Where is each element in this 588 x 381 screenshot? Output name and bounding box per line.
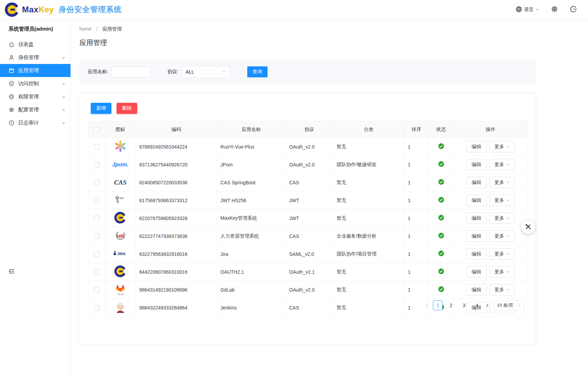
more-button[interactable]: 更多: [490, 284, 515, 295]
edit-button[interactable]: 编辑: [466, 195, 487, 206]
chevron-down-icon: [222, 69, 226, 75]
more-button[interactable]: 更多: [490, 248, 515, 260]
table-row: 622076759805923328 MaxKey管理系统 JWT 暂无 1 编…: [88, 209, 528, 227]
app-code: 876892492581044224: [136, 138, 217, 156]
maxkey-logo-icon: [5, 2, 19, 17]
sidebar-item-label: 配置管理: [18, 107, 62, 113]
app-protocol: OAuth_v2.0: [286, 281, 333, 299]
pagination: 1 2 3 4 10 条/页: [425, 300, 524, 311]
app-name-input[interactable]: [111, 66, 150, 78]
tools-icon: [525, 223, 532, 231]
app-code: 632279563832918016: [136, 245, 217, 263]
sidebar-item-access-control[interactable]: 访问控制: [0, 77, 70, 90]
app-sort: 1: [404, 263, 429, 281]
row-checkbox[interactable]: [94, 269, 99, 275]
sidebar-item-label: 应用管理: [18, 67, 66, 74]
row-checkbox[interactable]: [94, 251, 99, 257]
status-enabled-icon: [438, 161, 444, 167]
add-button[interactable]: 新增: [91, 103, 111, 114]
edit-button[interactable]: 编辑: [466, 213, 487, 224]
row-checkbox[interactable]: [94, 305, 99, 311]
row-checkbox[interactable]: [94, 216, 99, 221]
settings-button[interactable]: [551, 6, 558, 14]
row-checkbox[interactable]: [94, 144, 99, 150]
current-user-label: 系统管理员(admin): [0, 20, 70, 32]
select-all-checkbox[interactable]: [94, 127, 99, 132]
column-header-category: 分类: [333, 121, 404, 138]
row-checkbox[interactable]: [94, 233, 99, 239]
app-category: 暂无: [333, 138, 404, 156]
svg-text:HR: HR: [117, 233, 124, 239]
app-code: 824008507220033536: [136, 174, 217, 192]
page-number-1[interactable]: 1: [433, 301, 443, 310]
app-code: 817568793663373312: [136, 192, 217, 209]
language-label: 语言: [524, 7, 534, 13]
previous-page-icon[interactable]: [425, 303, 429, 308]
app-name: MaxKey管理系统: [217, 209, 286, 227]
delete-button[interactable]: 删除: [117, 103, 137, 114]
sidebar-item-configuration[interactable]: 配置管理: [0, 103, 70, 116]
sidebar-item-dashboard[interactable]: 仪表盘: [0, 38, 70, 51]
gear-icon: [551, 6, 558, 14]
sidebar-item-permissions[interactable]: 权限管理: [0, 90, 70, 103]
app-category: 暂无: [333, 209, 404, 227]
edit-button[interactable]: 编辑: [466, 284, 487, 295]
edit-button[interactable]: 编辑: [466, 141, 487, 152]
app-name: 人力资源管理系统: [217, 227, 286, 245]
svg-text:GitLab: GitLab: [117, 293, 124, 295]
app-protocol: CAS: [286, 299, 333, 317]
svg-text:JWT: JWT: [119, 197, 124, 199]
edit-button[interactable]: 编辑: [466, 248, 487, 260]
logout-button[interactable]: [570, 6, 577, 14]
next-page-icon[interactable]: [485, 303, 490, 308]
app-sort: 1: [404, 174, 429, 192]
more-button[interactable]: 更多: [490, 177, 515, 188]
cas-logo: CAS: [114, 179, 127, 186]
chevron-down-icon: [535, 7, 539, 12]
more-button[interactable]: 更多: [490, 195, 515, 206]
top-bar: MaxKey 身份安全管理系统 语言: [0, 0, 588, 20]
app-code: 986431492190109696: [136, 281, 217, 299]
breadcrumb-home-link[interactable]: home: [79, 26, 91, 32]
app-code: 644220607860310016: [136, 263, 217, 281]
column-header-actions: 操作: [454, 121, 528, 138]
app-protocol: CAS: [286, 227, 333, 245]
status-enabled-icon: [438, 286, 444, 292]
language-menu[interactable]: 语言: [515, 6, 539, 14]
page-size-value: 10 条/页: [497, 302, 513, 308]
row-checkbox[interactable]: [94, 198, 99, 203]
more-button[interactable]: 更多: [490, 266, 515, 277]
sidebar-item-applications[interactable]: 应用管理: [0, 64, 70, 77]
more-button[interactable]: 更多: [490, 141, 515, 152]
edit-button[interactable]: 编辑: [466, 266, 487, 277]
sidebar-item-label: 访问控制: [18, 80, 62, 87]
jenkins-logo: [114, 301, 127, 313]
status-enabled-icon: [438, 197, 444, 203]
breadcrumb: home / 应用管理: [71, 20, 588, 32]
sidebar-item-audit-log[interactable]: 日志审计: [0, 116, 70, 129]
more-button[interactable]: 更多: [490, 230, 515, 242]
row-checkbox[interactable]: [94, 180, 99, 185]
page-number-3[interactable]: 3: [459, 301, 469, 310]
sidebar-item-identity[interactable]: 身份管理: [0, 51, 70, 64]
edit-button[interactable]: 编辑: [466, 230, 487, 242]
protocol-select[interactable]: ALL: [182, 66, 230, 78]
filter-panel: 应用名称: 协议: ALL 查询: [79, 60, 535, 84]
app-name: GitLab: [217, 281, 286, 299]
edit-button[interactable]: 编辑: [466, 177, 487, 188]
ruoyi-logo: [114, 140, 127, 152]
page-size-select[interactable]: 10 条/页: [493, 300, 524, 311]
more-button[interactable]: 更多: [490, 159, 515, 170]
page-number-2[interactable]: 2: [446, 301, 456, 310]
app-sort: 1: [404, 192, 429, 209]
page-number-4[interactable]: 4: [472, 301, 482, 310]
more-button[interactable]: 更多: [490, 213, 515, 224]
sidebar-collapse-icon[interactable]: [8, 268, 15, 275]
row-checkbox[interactable]: [94, 287, 99, 293]
floating-tools-button[interactable]: [521, 220, 535, 234]
jwt-logo: JWT: [114, 195, 127, 204]
app-protocol: OAuth_v2.1: [286, 263, 333, 281]
search-button[interactable]: 查询: [247, 66, 268, 77]
edit-button[interactable]: 编辑: [466, 159, 487, 170]
row-checkbox[interactable]: [94, 162, 99, 167]
